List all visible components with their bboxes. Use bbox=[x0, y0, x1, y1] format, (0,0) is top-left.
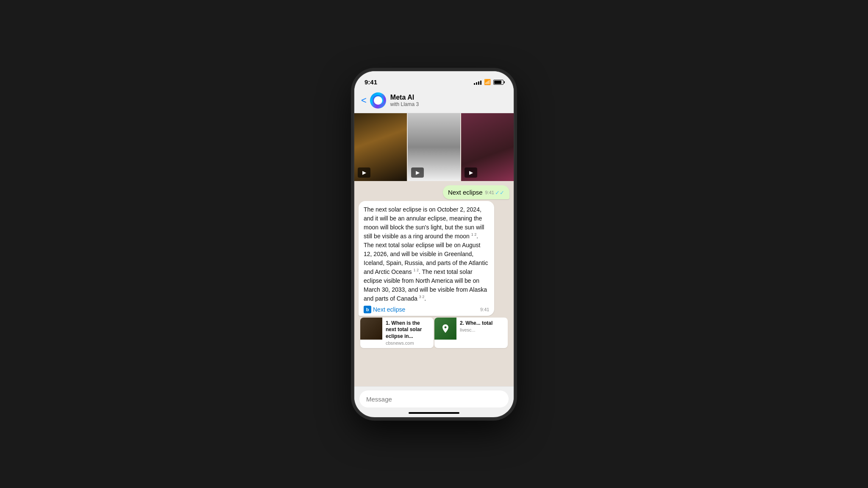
contact-subtitle: with Llama 3 bbox=[390, 101, 507, 107]
incoming-bubble: The next solar eclipse is on October 2, … bbox=[359, 201, 494, 316]
bing-b-icon: b bbox=[364, 306, 371, 313]
image-thumb-2[interactable]: ▶ bbox=[408, 113, 460, 181]
video-play-overlay-2: ▶ bbox=[411, 167, 424, 178]
source-card-image-1 bbox=[360, 318, 382, 340]
bing-link-text: Next eclipse bbox=[373, 306, 405, 313]
incoming-message: The next solar eclipse is on October 2, … bbox=[359, 201, 509, 316]
back-button[interactable]: < bbox=[361, 93, 370, 108]
read-ticks: ✓✓ bbox=[495, 190, 504, 196]
outgoing-time: 9:41 bbox=[485, 190, 494, 195]
incoming-time: 9:41 bbox=[480, 307, 489, 312]
source-card-body-1: 1. When is the next total solar eclipse … bbox=[382, 318, 434, 349]
bing-search-link[interactable]: b Next eclipse bbox=[364, 306, 405, 313]
outgoing-message: Next eclipse 9:41 ✓✓ bbox=[359, 185, 509, 199]
chat-area: ▶ ▶ ▶ Next eclipse 9:41 bbox=[354, 113, 514, 386]
nav-bar: < Meta AI with Llama 3 bbox=[354, 90, 514, 113]
images-row: ▶ ▶ ▶ bbox=[354, 113, 514, 182]
battery-icon bbox=[493, 80, 504, 85]
image-thumb-1[interactable]: ▶ bbox=[354, 113, 407, 181]
status-time: 9:41 bbox=[364, 78, 377, 86]
wifi-icon: 📶 bbox=[484, 79, 491, 85]
bubble-footer: b Next eclipse 9:41 bbox=[364, 306, 489, 313]
status-bar: 9:41 📶 bbox=[354, 71, 514, 90]
phone-screen: 9:41 📶 < Meta AI with Llama 3 bbox=[353, 70, 515, 418]
play-icon-1: ▶ bbox=[362, 170, 366, 176]
bubble-meta: 9:41 ✓✓ bbox=[485, 190, 504, 196]
message-input[interactable] bbox=[359, 390, 509, 407]
status-icons: 📶 bbox=[474, 79, 504, 85]
source-cards: 1. When is the next total solar eclipse … bbox=[359, 318, 509, 352]
source-card-title-2: 2. Whe... total bbox=[460, 320, 504, 327]
source-card-domain-2: livesc... bbox=[460, 327, 504, 332]
home-indicator bbox=[409, 412, 459, 414]
source-card-2[interactable]: 2. Whe... total livesc... bbox=[434, 318, 508, 349]
avatar bbox=[370, 92, 386, 109]
incoming-text: The next solar eclipse is on October 2, … bbox=[364, 205, 489, 303]
source-card-title-1: 1. When is the next total solar eclipse … bbox=[386, 320, 430, 340]
signal-icon bbox=[474, 80, 481, 85]
image-thumb-3[interactable]: ▶ bbox=[461, 113, 514, 181]
messages-container: Next eclipse 9:41 ✓✓ The next solar ecli… bbox=[354, 182, 514, 355]
video-play-overlay-1: ▶ bbox=[358, 167, 370, 178]
play-icon-3: ▶ bbox=[469, 170, 473, 176]
source-card-1[interactable]: 1. When is the next total solar eclipse … bbox=[360, 318, 434, 349]
video-play-overlay-3: ▶ bbox=[465, 167, 477, 178]
outgoing-bubble: Next eclipse 9:41 ✓✓ bbox=[443, 185, 509, 199]
source-card-domain-1: cbsnews.com bbox=[386, 340, 430, 346]
contact-info: Meta AI with Llama 3 bbox=[390, 93, 507, 107]
source-card-image-2 bbox=[434, 318, 456, 340]
play-icon-2: ▶ bbox=[416, 170, 420, 176]
input-bar bbox=[354, 386, 514, 412]
source-card-body-2: 2. Whe... total livesc... bbox=[456, 318, 508, 349]
contact-name: Meta AI bbox=[390, 93, 507, 101]
outgoing-text: Next eclipse bbox=[448, 189, 483, 196]
